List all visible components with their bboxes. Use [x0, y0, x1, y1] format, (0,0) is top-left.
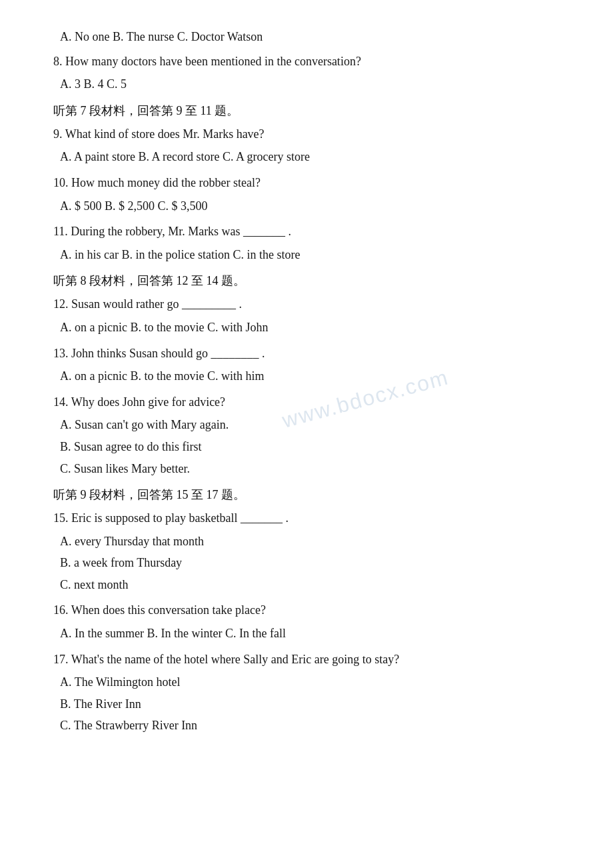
q10-text: 10. How much money did the robber steal? — [53, 173, 573, 193]
section7-header: 听第 7 段材料，回答第 9 至 11 题。 — [53, 103, 573, 119]
q7-options: A. No one B. The nurse C. Doctor Watson — [60, 27, 573, 47]
q16-text: 16. When does this conversation take pla… — [53, 600, 573, 621]
q15-block: 15. Eric is supposed to play basketball … — [53, 508, 573, 595]
q14-option-b: B. Susan agree to do this first — [60, 437, 573, 457]
q17-option-b: B. The River Inn — [60, 694, 573, 715]
q9-options: A. A paint store B. A record store C. A … — [60, 147, 573, 167]
q17-option-c: C. The Strawberry River Inn — [60, 715, 573, 736]
q8-block: 8. How many doctors have been mentioned … — [53, 51, 573, 95]
q13-block: 13. John thinks Susan should go ________… — [53, 343, 573, 387]
q12-block: 12. Susan would rather go _________ . A.… — [53, 294, 573, 337]
q11-text: 11. During the robbery, Mr. Marks was __… — [53, 221, 573, 242]
q9-text: 9. What kind of store does Mr. Marks hav… — [53, 124, 573, 145]
q17-text: 17. What's the name of the hotel where S… — [53, 649, 573, 670]
q14-block: 14. Why does John give for advice? A. Su… — [53, 392, 573, 479]
section9-header: 听第 9 段材料，回答第 15 至 17 题。 — [53, 487, 573, 503]
q14-option-a: A. Susan can't go with Mary again. — [60, 415, 573, 435]
section8-header: 听第 8 段材料，回答第 12 至 14 题。 — [53, 273, 573, 289]
q12-options: A. on a picnic B. to the movie C. with J… — [60, 317, 573, 338]
q8-options: A. 3 B. 4 C. 5 — [60, 74, 573, 95]
q9-block: 9. What kind of store does Mr. Marks hav… — [53, 124, 573, 167]
page-content: A. No one B. The nurse C. Doctor Watson … — [53, 27, 573, 736]
q11-options: A. in his car B. in the police station C… — [60, 245, 573, 265]
q10-block: 10. How much money did the robber steal?… — [53, 173, 573, 216]
q11-block: 11. During the robbery, Mr. Marks was __… — [53, 221, 573, 265]
q14-option-c: C. Susan likes Mary better. — [60, 459, 573, 479]
q15-text: 15. Eric is supposed to play basketball … — [53, 508, 573, 529]
q13-options: A. on a picnic B. to the movie C. with h… — [60, 366, 573, 387]
q15-option-a: A. every Thursday that month — [60, 531, 573, 552]
q8-text: 8. How many doctors have been mentioned … — [53, 51, 573, 72]
q10-options: A. $ 500 B. $ 2,500 C. $ 3,500 — [60, 196, 573, 217]
q16-options: A. In the summer B. In the winter C. In … — [60, 623, 573, 644]
q14-text: 14. Why does John give for advice? — [53, 392, 573, 413]
q12-text: 12. Susan would rather go _________ . — [53, 294, 573, 315]
q13-text: 13. John thinks Susan should go ________… — [53, 343, 573, 364]
q17-option-a: A. The Wilmington hotel — [60, 672, 573, 693]
q17-block: 17. What's the name of the hotel where S… — [53, 649, 573, 736]
q16-block: 16. When does this conversation take pla… — [53, 600, 573, 643]
q15-option-c: C. next month — [60, 575, 573, 595]
q15-option-b: B. a week from Thursday — [60, 553, 573, 573]
